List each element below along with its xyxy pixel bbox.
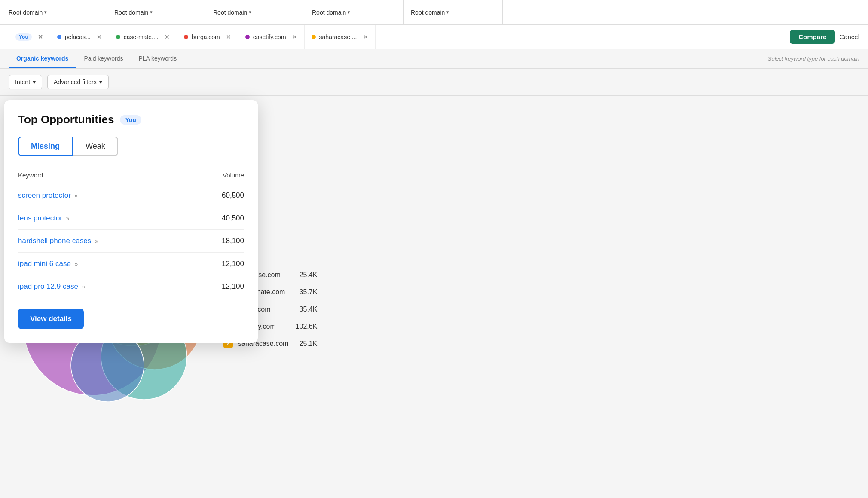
dot-casemate	[116, 35, 120, 39]
intent-filter-button[interactable]: Intent ▾	[9, 75, 42, 89]
popup-tabs: Missing Weak	[18, 137, 244, 156]
tab-organic-keywords[interactable]: Organic keywords	[9, 49, 76, 68]
col-keyword: Keyword	[18, 168, 195, 184]
close-icon-you[interactable]: ✕	[38, 34, 43, 40]
table-row: screen protector » 60,500	[18, 184, 244, 207]
domain-col-2: Root domain ▾	[107, 0, 206, 24]
tab-casetify[interactable]: casetify.com ✕	[238, 25, 305, 49]
root-domain-label-4: Root domain	[312, 9, 346, 16]
chevron-icon-2: ▾	[150, 9, 153, 15]
volume-cell: 12,100	[195, 275, 244, 298]
keyword-link-icon: »	[82, 283, 86, 290]
table-row: lens protector » 40,500	[18, 207, 244, 230]
you-badge: You	[15, 33, 32, 41]
popup-tab-weak[interactable]: Weak	[73, 137, 118, 156]
tab-casemate[interactable]: case-mate.... ✕	[109, 25, 177, 49]
dot-burga	[184, 35, 188, 39]
tab-bar: You ✕ pelacas... ✕ case-mate.... ✕ burga…	[0, 25, 868, 49]
close-icon-casemate[interactable]: ✕	[165, 34, 170, 40]
keyword-table: Keyword Volume screen protector » 60,500…	[18, 168, 244, 298]
domain-col-3: Root domain ▾	[206, 0, 305, 24]
popup-header: Top Opportunities You	[18, 113, 244, 126]
root-domain-label-2: Root domain	[114, 9, 148, 16]
root-domain-dropdown-1[interactable]: Root domain ▾	[9, 9, 47, 16]
advanced-filters-button[interactable]: Advanced filters ▾	[47, 75, 109, 89]
legend-count-pelacase: 25.4K	[293, 271, 317, 279]
dot-saharacase	[312, 35, 316, 39]
dot-casetify	[245, 35, 250, 39]
tab-you[interactable]: You ✕	[9, 25, 50, 49]
chevron-icon-1: ▾	[44, 9, 47, 15]
keyword-cell[interactable]: ipad pro 12.9 case »	[18, 275, 195, 298]
main-content: Keyword Overlap	[0, 96, 868, 498]
compare-button[interactable]: Compare	[790, 30, 835, 44]
keyword-link-icon: »	[75, 260, 78, 267]
domain-bar: Root domain ▾ Root domain ▾ Root domain …	[0, 0, 868, 25]
tab-label-casemate: case-mate....	[124, 34, 159, 40]
chevron-icon-3: ▾	[249, 9, 251, 15]
chevron-icon-4: ▾	[348, 9, 350, 15]
cancel-button[interactable]: Cancel	[839, 33, 859, 40]
legend-count-casetify: 102.6K	[293, 323, 317, 330]
keyword-cell[interactable]: hardshell phone cases »	[18, 230, 195, 253]
close-icon-saharacase[interactable]: ✕	[363, 34, 368, 40]
table-row: hardshell phone cases » 18,100	[18, 230, 244, 253]
keyword-link-icon: »	[66, 215, 70, 222]
tab-label-casetify: casetify.com	[253, 34, 286, 40]
tab-label-pelacase: pelacas...	[65, 34, 91, 40]
advanced-chevron-icon: ▾	[99, 79, 102, 86]
legend-count-burga: 35.4K	[293, 306, 317, 313]
keyword-link-icon: »	[95, 238, 98, 244]
popup-you-badge: You	[120, 115, 141, 125]
root-domain-label-3: Root domain	[213, 9, 247, 16]
tab-saharacase[interactable]: saharacase.... ✕	[305, 25, 376, 49]
tab-label-saharacase: saharacase....	[319, 34, 357, 40]
table-row: ipad mini 6 case » 12,100	[18, 253, 244, 275]
keyword-cell[interactable]: screen protector »	[18, 184, 195, 207]
chevron-icon-5: ▾	[446, 9, 449, 15]
volume-cell: 60,500	[195, 184, 244, 207]
popup-title: Top Opportunities	[18, 113, 114, 126]
col-volume: Volume	[195, 168, 244, 184]
dot-pelacase	[57, 35, 61, 39]
domain-col-5: Root domain ▾	[404, 0, 503, 24]
advanced-filters-label: Advanced filters	[54, 79, 97, 86]
intent-chevron-icon: ▾	[33, 79, 36, 86]
legend-count-casemate: 35.7K	[293, 288, 317, 296]
domain-col-4: Root domain ▾	[305, 0, 404, 24]
volume-cell: 40,500	[195, 207, 244, 230]
root-domain-label-1: Root domain	[9, 9, 43, 16]
keyword-link-icon: »	[75, 192, 78, 199]
root-domain-dropdown-3[interactable]: Root domain ▾	[213, 9, 251, 16]
tab-paid-keywords[interactable]: Paid keywords	[76, 49, 131, 68]
keyword-cell[interactable]: ipad mini 6 case »	[18, 253, 195, 275]
kw-type-note: Select keyword type for each domain	[768, 55, 859, 62]
root-domain-dropdown-5[interactable]: Root domain ▾	[411, 9, 449, 16]
domain-col-1: Root domain ▾	[9, 0, 107, 24]
tab-label-burga: burga.com	[192, 34, 220, 40]
close-icon-burga[interactable]: ✕	[226, 34, 231, 40]
tab-pla-keywords[interactable]: PLA keywords	[131, 49, 184, 68]
root-domain-label-5: Root domain	[411, 9, 445, 16]
close-icon-pelacase[interactable]: ✕	[97, 34, 102, 40]
tab-burga[interactable]: burga.com ✕	[177, 25, 238, 49]
root-domain-dropdown-2[interactable]: Root domain ▾	[114, 9, 153, 16]
volume-cell: 18,100	[195, 230, 244, 253]
top-opportunities-popup: Top Opportunities You Missing Weak Keywo…	[4, 100, 258, 343]
volume-cell: 12,100	[195, 253, 244, 275]
view-details-button[interactable]: View details	[18, 309, 84, 329]
keyword-cell[interactable]: lens protector »	[18, 207, 195, 230]
table-row: ipad pro 12.9 case » 12,100	[18, 275, 244, 298]
filters-bar: Intent ▾ Advanced filters ▾	[0, 69, 868, 96]
root-domain-dropdown-4[interactable]: Root domain ▾	[312, 9, 350, 16]
close-icon-casetify[interactable]: ✕	[292, 34, 297, 40]
kw-type-bar: Organic keywords Paid keywords PLA keywo…	[0, 49, 868, 69]
legend-count-saharacase: 25.1K	[293, 340, 317, 348]
tab-pelacase[interactable]: pelacas... ✕	[50, 25, 109, 49]
popup-tab-missing[interactable]: Missing	[18, 137, 73, 156]
intent-label: Intent	[15, 79, 30, 86]
